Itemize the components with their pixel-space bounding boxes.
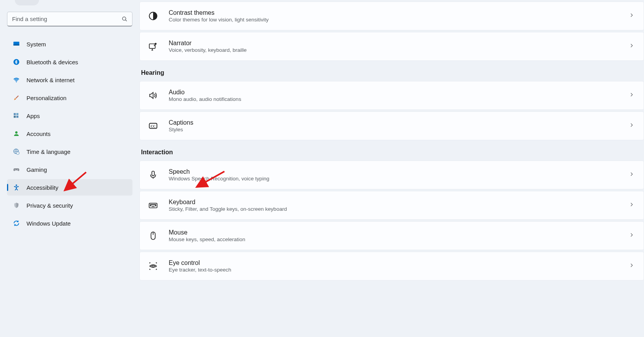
card-subtitle: Sticky, Filter, and Toggle keys, on-scre… [169, 206, 629, 212]
card-captions[interactable]: CC Captions Styles [139, 111, 644, 140]
card-text: Mouse Mouse keys, speed, acceleration [169, 229, 629, 242]
sync-icon [12, 219, 20, 227]
gamepad-icon [12, 166, 20, 173]
sidebar-item-label: Accounts [26, 131, 51, 137]
microphone-icon [148, 169, 159, 180]
svg-point-13 [15, 169, 16, 170]
svg-text:CC: CC [151, 124, 156, 128]
sidebar-item-privacy[interactable]: Privacy & security [7, 197, 132, 213]
svg-rect-21 [152, 171, 155, 176]
card-mouse[interactable]: Mouse Mouse keys, speed, acceleration [139, 221, 644, 250]
card-eye-control[interactable]: Eye control Eye tracker, text-to-speech [139, 252, 644, 281]
sidebar-item-apps[interactable]: Apps [7, 108, 132, 124]
svg-point-29 [155, 205, 156, 206]
svg-point-25 [153, 205, 154, 205]
sidebar-item-label: Gaming [26, 166, 47, 173]
svg-rect-3 [14, 44, 19, 46]
accessibility-icon [12, 183, 20, 191]
chevron-right-icon [629, 202, 634, 209]
search-input[interactable] [7, 12, 132, 26]
chevron-right-icon [629, 263, 634, 270]
settings-content: Contrast themes Color themes for low vis… [139, 0, 644, 337]
card-speech[interactable]: Speech Windows Speech Recognition, voice… [139, 161, 644, 189]
card-subtitle: Eye tracker, text-to-speech [169, 267, 629, 273]
card-text: Captions Styles [169, 119, 629, 132]
settings-sidebar: System Bluetooth & devices Network & int… [0, 0, 139, 337]
sidebar-item-bluetooth[interactable]: Bluetooth & devices [7, 54, 132, 70]
sidebar-item-label: Accessibility [26, 184, 58, 191]
svg-point-26 [154, 205, 155, 205]
sidebar-item-personalization[interactable]: Personalization [7, 90, 132, 106]
svg-point-28 [150, 205, 151, 206]
svg-point-23 [150, 205, 151, 205]
sidebar-item-accounts[interactable]: Accounts [7, 125, 132, 142]
sidebar-item-label: System [26, 41, 46, 48]
wifi-icon [12, 76, 20, 84]
contrast-icon [148, 11, 159, 21]
svg-point-14 [17, 169, 18, 170]
card-text: Eye control Eye tracker, text-to-speech [169, 259, 629, 273]
audio-icon [148, 90, 159, 101]
svg-rect-9 [16, 116, 18, 118]
mouse-icon [148, 230, 159, 241]
card-title: Speech [169, 168, 629, 175]
card-title: Eye control [169, 259, 629, 266]
card-title: Audio [169, 89, 629, 96]
svg-point-18 [155, 43, 157, 45]
card-title: Narrator [169, 40, 629, 47]
search-container [7, 12, 132, 26]
svg-rect-17 [149, 44, 155, 49]
card-title: Mouse [169, 229, 629, 236]
sidebar-item-gaming[interactable]: Gaming [7, 161, 132, 178]
section-header-interaction: Interaction [141, 149, 644, 156]
sidebar-item-time-language[interactable]: Time & language [7, 143, 132, 160]
card-keyboard[interactable]: Keyboard Sticky, Filter, and Toggle keys… [139, 191, 644, 220]
card-subtitle: Voice, verbosity, keyboard, braille [169, 47, 629, 53]
svg-rect-7 [16, 113, 18, 115]
sidebar-item-label: Privacy & security [26, 202, 73, 209]
svg-rect-6 [14, 113, 16, 115]
card-subtitle: Color themes for low vision, light sensi… [169, 17, 629, 23]
chevron-right-icon [629, 122, 634, 129]
apps-icon [12, 112, 20, 120]
shield-icon [12, 201, 20, 209]
card-title: Captions [169, 119, 629, 126]
card-subtitle: Styles [169, 127, 629, 132]
card-subtitle: Windows Speech Recognition, voice typing [169, 176, 629, 182]
sidebar-item-label: Network & internet [26, 77, 74, 83]
chevron-right-icon [629, 12, 634, 19]
globe-clock-icon [12, 148, 20, 155]
eye-icon [148, 261, 159, 272]
card-title: Contrast themes [169, 9, 629, 16]
sidebar-item-accessibility[interactable]: Accessibility [7, 179, 132, 196]
sidebar-item-windows-update[interactable]: Windows Update [7, 215, 132, 231]
svg-point-10 [15, 131, 18, 134]
sidebar-item-network[interactable]: Network & internet [7, 72, 132, 88]
card-text: Audio Mono audio, audio notifications [169, 89, 629, 102]
sidebar-item-label: Windows Update [26, 220, 71, 227]
svg-point-24 [152, 205, 152, 205]
sidebar-item-label: Time & language [26, 148, 71, 155]
svg-point-27 [155, 205, 156, 205]
keyboard-icon [148, 200, 159, 211]
card-audio[interactable]: Audio Mono audio, audio notifications [139, 81, 644, 110]
display-icon [12, 40, 20, 48]
narrator-icon [148, 41, 159, 52]
sidebar-item-label: Bluetooth & devices [26, 59, 78, 65]
section-header-hearing: Hearing [141, 69, 644, 76]
sidebar-item-system[interactable]: System [7, 36, 132, 52]
user-avatar[interactable] [15, 0, 39, 5]
bluetooth-icon [12, 58, 20, 66]
paintbrush-icon [12, 94, 20, 102]
svg-point-15 [16, 185, 17, 186]
chevron-right-icon [629, 171, 634, 178]
card-narrator[interactable]: Narrator Voice, verbosity, keyboard, bra… [139, 32, 644, 61]
card-text: Contrast themes Color themes for low vis… [169, 9, 629, 23]
card-title: Keyboard [169, 199, 629, 206]
card-contrast-themes[interactable]: Contrast themes Color themes for low vis… [139, 2, 644, 30]
chevron-right-icon [629, 92, 634, 99]
chevron-right-icon [629, 232, 634, 239]
captions-icon: CC [148, 120, 159, 131]
svg-rect-8 [14, 116, 16, 118]
sidebar-item-label: Personalization [26, 95, 67, 101]
